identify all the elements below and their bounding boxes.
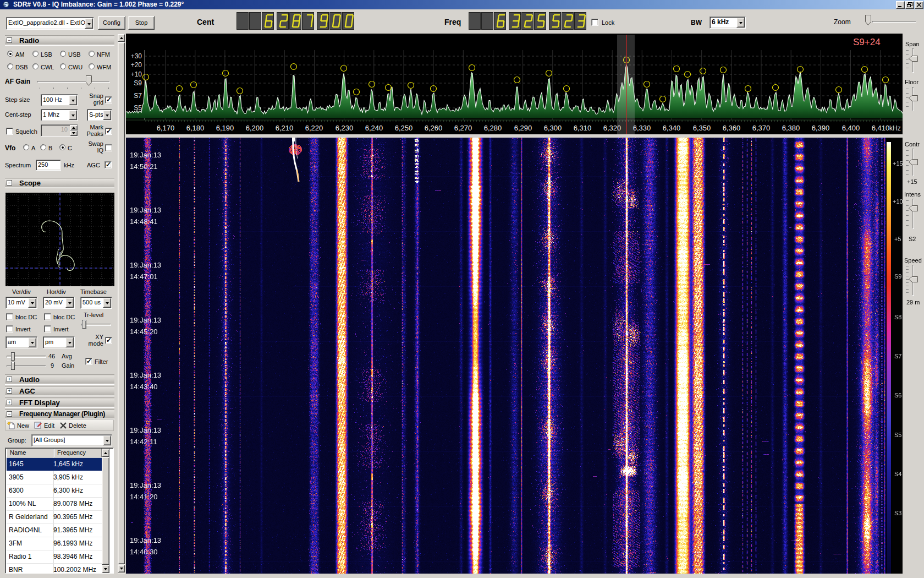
svg-text:6,180: 6,180 xyxy=(186,124,205,132)
svg-text:kHz: kHz xyxy=(889,124,901,132)
svg-text:6,210: 6,210 xyxy=(276,124,294,132)
svg-text:6,340: 6,340 xyxy=(663,124,681,132)
svg-text:6,390: 6,390 xyxy=(812,124,830,132)
svg-text:6,190: 6,190 xyxy=(216,124,234,132)
svg-text:+10: +10 xyxy=(131,70,142,78)
svg-text:6,330: 6,330 xyxy=(633,124,651,132)
svg-text:6,220: 6,220 xyxy=(305,124,323,132)
svg-text:+20: +20 xyxy=(131,61,142,69)
svg-text:6,200: 6,200 xyxy=(246,124,264,132)
svg-text:6,250: 6,250 xyxy=(395,124,413,132)
svg-text:6,240: 6,240 xyxy=(365,124,383,132)
svg-text:6,280: 6,280 xyxy=(484,124,502,132)
svg-text:6,260: 6,260 xyxy=(425,124,443,132)
svg-text:S9+24: S9+24 xyxy=(853,37,881,47)
svg-text:6,410: 6,410 xyxy=(872,124,890,132)
svg-text:6,310: 6,310 xyxy=(574,124,592,132)
svg-text:6,360: 6,360 xyxy=(723,124,741,132)
svg-text:6,290: 6,290 xyxy=(514,124,532,132)
svg-text:6,380: 6,380 xyxy=(782,124,800,132)
svg-text:6,230: 6,230 xyxy=(336,124,354,132)
svg-text:6,370: 6,370 xyxy=(752,124,771,132)
svg-text:6,350: 6,350 xyxy=(693,124,711,132)
svg-text:S5: S5 xyxy=(134,104,142,112)
svg-text:+30: +30 xyxy=(131,52,142,60)
svg-text:6,170: 6,170 xyxy=(157,124,175,132)
svg-text:6,300: 6,300 xyxy=(544,124,562,132)
svg-text:S7: S7 xyxy=(134,92,142,100)
svg-text:6,270: 6,270 xyxy=(454,124,472,132)
svg-text:6,400: 6,400 xyxy=(842,124,860,132)
svg-text:S9: S9 xyxy=(134,79,142,87)
